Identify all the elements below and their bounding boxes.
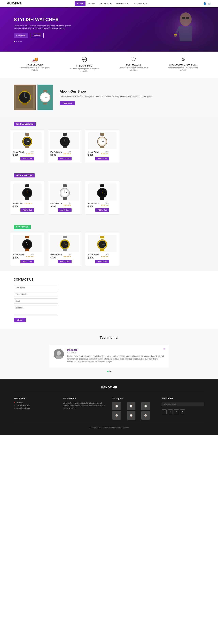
add-cart-top-2[interactable]: Add To Cart <box>58 157 72 160</box>
product-img-new-3 <box>88 235 116 252</box>
user-icon[interactable]: 👤 <box>203 2 206 5</box>
t-dot-1[interactable] <box>107 371 108 372</box>
svg-rect-87 <box>100 248 104 251</box>
product-stars-new-3: ★★★★★ <box>101 256 108 258</box>
about-us-button[interactable]: About Us <box>30 33 44 38</box>
svg-text:FREE: FREE <box>82 58 87 61</box>
add-cart-top-1[interactable]: Add To Cart <box>21 157 34 160</box>
product-price-top-3: $ 300 <box>88 154 99 156</box>
testimonial-content: MGROJINK CEO/Owner Lorem dolor sit amet,… <box>67 349 164 363</box>
hero-person-img <box>153 7 218 52</box>
youtube-icon[interactable]: ▶ <box>180 409 185 414</box>
product-info-left-top-3: Men's Watch $ 300 <box>88 151 99 157</box>
product-like-top-2: Like <box>63 151 71 153</box>
product-card-new-1: Men's Watch $ 300 Like ★★★★★ Add To Cart <box>10 232 44 266</box>
product-row-new-3: Men's Watch $ 300 Like ★★★★★ <box>88 254 116 260</box>
name-input[interactable] <box>14 285 58 290</box>
product-info-right-new-2: Like ★★★★★ <box>63 254 71 259</box>
twitter-icon[interactable]: t <box>168 409 173 414</box>
hero-content: STYLISH WATCHES Lorem ipsum dolor sit am… <box>14 17 78 42</box>
add-cart-feat-2[interactable]: Add To Cart <box>58 208 72 212</box>
insta-thumb-4[interactable]: ⌚ <box>112 411 121 420</box>
insta-thumb-5[interactable]: ⌚ <box>127 411 135 420</box>
insta-thumb-3[interactable]: ⌚ <box>141 402 150 410</box>
contact-us-button[interactable]: Contact Us <box>14 33 28 38</box>
product-stars-new-1: ★★★★★ <box>26 256 34 258</box>
svg-rect-31 <box>63 133 67 136</box>
add-cart-feat-3[interactable]: Add To Cart <box>95 208 109 212</box>
insta-thumb-6[interactable]: ⌚ <box>141 411 150 420</box>
best-quality-desc: variations of passages of Lorem Ipsum av… <box>117 67 151 72</box>
product-row-top-2: Men's Watch $ 300 Like ★★★★★ <box>50 151 79 157</box>
product-name-top-1: Men's Watch <box>13 151 24 153</box>
nav-about[interactable]: ABOUT <box>86 1 97 6</box>
product-info-right-new-3: Like ★★★★★ <box>101 254 108 259</box>
svg-point-89 <box>57 351 61 356</box>
svg-rect-6 <box>174 34 177 35</box>
message-input[interactable] <box>14 305 58 316</box>
product-row-new-1: Men's Watch $ 300 Like ★★★★★ <box>13 254 42 260</box>
product-price-new-3: $ 300 <box>88 256 99 259</box>
product-info-right-top-1: Like ★★★★★ <box>26 151 34 156</box>
support-desc: variations of passages of Lorem Ipsum av… <box>166 67 200 72</box>
svg-rect-23 <box>43 103 47 104</box>
add-cart-new-2[interactable]: Add To Cart <box>58 260 72 263</box>
feature-tag: Feature Watches <box>14 174 35 178</box>
product-stars-top-2: ★★★★★ <box>63 153 71 155</box>
linkedin-icon[interactable]: in <box>174 409 179 414</box>
svg-rect-45 <box>25 184 29 187</box>
hero-dots <box>14 41 78 42</box>
read-more-button[interactable]: Read More <box>60 101 75 105</box>
about-content: About Our Shop There are many variations… <box>60 90 204 105</box>
feature-section: Men's Like $ 300 ★★★★★ Add To Cart <box>0 179 218 220</box>
svg-rect-16 <box>22 103 27 105</box>
dot-1[interactable] <box>14 41 15 42</box>
product-info-left-top-1: Men's Watch $ 300 <box>13 151 24 157</box>
add-cart-new-1[interactable]: Add To Cart <box>21 260 34 263</box>
nav-home[interactable]: HOME <box>75 1 86 6</box>
svg-rect-59 <box>100 184 104 187</box>
product-price-new-2: $ 300 <box>50 256 62 259</box>
insta-thumb-2[interactable]: ⌚ <box>127 402 135 410</box>
nav-products[interactable]: PRODUCTS <box>97 1 114 6</box>
product-img-new-1 <box>13 235 42 252</box>
t-dot-2[interactable] <box>110 371 111 372</box>
svg-rect-3 <box>186 17 189 19</box>
insta-thumb-1[interactable]: ⌚ <box>112 402 121 410</box>
product-price-new-1: $ 300 <box>13 256 24 259</box>
facebook-icon[interactable]: f <box>162 409 166 414</box>
testimonial-name: MGROJINK <box>67 349 164 351</box>
product-info-left-feat-3: Men's Watch $ 300 <box>88 202 99 208</box>
watch-svg-new-2 <box>58 236 72 251</box>
product-price-top-2: $ 300 <box>50 154 62 156</box>
nav-links: HOME ABOUT PRODUCTS TESTIMONIAL CONTACT … <box>75 1 150 6</box>
copyright-text: Copyright © 2025 Company name All rights… <box>89 426 129 428</box>
product-card-new-3: Men's Watch $ 300 Like ★★★★★ Add To Cart <box>85 232 119 266</box>
add-cart-top-3[interactable]: Add To Cart <box>95 157 109 160</box>
dot-4[interactable] <box>20 41 22 42</box>
product-like-new-2: Like <box>63 254 71 256</box>
email-input[interactable] <box>14 298 58 304</box>
footer-instagram-col: Instagram ⌚ ⌚ ⌚ ⌚ ⌚ ⌚ <box>112 397 155 420</box>
cart-icon[interactable]: 🛒 <box>208 2 211 5</box>
nav-testimonial[interactable]: TESTIMONIAL <box>114 1 132 6</box>
product-row-top-3: Men's Watch $ 300 Like ★★★★★ <box>88 151 116 157</box>
product-img-top-3 <box>88 132 116 149</box>
phone-input[interactable] <box>14 292 58 297</box>
svg-rect-74 <box>63 236 67 238</box>
svg-rect-67 <box>25 236 29 238</box>
add-cart-new-3[interactable]: Add To Cart <box>95 260 109 263</box>
svg-rect-58 <box>63 197 67 200</box>
brand-logo[interactable]: HANDTIME <box>7 2 21 5</box>
email-icon: ✉ <box>14 407 15 409</box>
footer-instagram-title: Instagram <box>112 397 155 400</box>
send-button[interactable]: SEND <box>14 318 26 322</box>
newsletter-input[interactable] <box>162 402 204 406</box>
testimonial-avatar <box>54 349 64 359</box>
product-name-feat-1: Men's Like <box>13 202 23 204</box>
dot-3[interactable] <box>18 41 20 42</box>
add-cart-feat-1[interactable]: Add To Cart <box>21 208 34 212</box>
nav-contact[interactable]: CONTACT US <box>132 1 150 6</box>
dot-2[interactable] <box>16 41 17 42</box>
new-arrivals-header: New Arrivals <box>0 220 218 230</box>
